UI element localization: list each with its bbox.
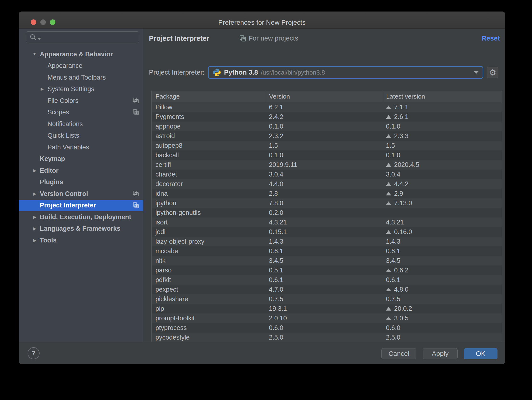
chevron-right-icon[interactable]: ▶ (29, 215, 40, 220)
reset-link[interactable]: Reset (482, 35, 500, 42)
chevron-down-icon[interactable]: ▼ (29, 52, 40, 57)
sidebar-item-label: Plugins (40, 178, 63, 186)
sidebar-item-editor[interactable]: ▶Editor (19, 165, 143, 177)
sidebar-item-project-interpreter[interactable]: Project Interpreter (19, 200, 143, 211)
sidebar-item-system-settings[interactable]: ▶System Settings (19, 83, 143, 95)
package-name: certifi (152, 160, 265, 170)
column-header-package[interactable]: Package (152, 91, 265, 102)
package-row-appnope[interactable]: appnope0.1.00.1.0 (152, 121, 502, 131)
package-row-ptyprocess[interactable]: ptyprocess0.6.00.6.0 (152, 323, 502, 333)
chevron-right-icon[interactable]: ▶ (29, 191, 40, 197)
package-version: 6.2.1 (265, 102, 382, 112)
chevron-right-icon[interactable]: ▶ (29, 226, 40, 231)
sidebar-item-appearance[interactable]: Appearance (19, 60, 143, 72)
help-icon: ? (32, 349, 36, 357)
package-version: 7.8.0 (265, 198, 382, 208)
package-name: parso (152, 266, 265, 275)
apply-button[interactable]: Apply (423, 348, 458, 359)
package-row-parso[interactable]: parso0.5.10.6.2 (152, 266, 502, 275)
dropdown-caret-icon[interactable] (474, 71, 479, 74)
search-input[interactable] (26, 32, 139, 43)
package-version: 1.5 (265, 141, 382, 150)
package-row-lazy-object-proxy[interactable]: lazy-object-proxy1.4.31.4.3 (152, 237, 502, 246)
sidebar-item-languages-frameworks[interactable]: ▶Languages & Frameworks (19, 223, 143, 235)
sidebar-item-version-control[interactable]: ▶Version Control (19, 188, 143, 200)
interpreter-select[interactable]: Python 3.8 /usr/local/bin/python3.8 (208, 66, 483, 79)
chevron-right-icon[interactable]: ▶ (29, 168, 40, 173)
package-row-nltk[interactable]: nltk3.4.53.4.5 (152, 256, 502, 266)
upgrade-available-icon (386, 230, 391, 234)
package-row-astroid[interactable]: astroid2.3.22.3.3 (152, 131, 502, 141)
upgrade-available-icon (386, 115, 391, 119)
package-row-pexpect[interactable]: pexpect4.7.04.8.0 (152, 285, 502, 294)
upgrade-available-icon (386, 163, 391, 167)
package-row-pygments[interactable]: Pygments2.4.22.6.1 (152, 112, 502, 121)
sidebar-item-quick-lists[interactable]: Quick Lists (19, 130, 143, 142)
package-row-backcall[interactable]: backcall0.1.00.1.0 (152, 150, 502, 160)
package-name: backcall (152, 150, 265, 160)
gear-icon: ⚙ (489, 68, 496, 77)
package-version: 2.0.10 (265, 313, 382, 323)
package-latest-version: 0.7.5 (382, 294, 502, 304)
package-row-prompt-toolkit[interactable]: prompt-toolkit2.0.103.0.5 (152, 313, 502, 323)
sidebar-item-label: Notifications (47, 120, 83, 128)
sidebar-item-notifications[interactable]: Notifications (19, 118, 143, 130)
package-row-chardet[interactable]: chardet3.0.43.0.4 (152, 170, 502, 179)
package-row-isort[interactable]: isort4.3.214.3.21 (152, 217, 502, 227)
sidebar-item-path-variables[interactable]: Path Variables (19, 141, 143, 153)
sidebar-item-plugins[interactable]: Plugins (19, 177, 143, 188)
sidebar-item-tools[interactable]: ▶Tools (19, 235, 143, 246)
package-latest-version: 20.0.2 (382, 304, 502, 313)
upgrade-available-icon (386, 288, 391, 291)
package-row-idna[interactable]: idna2.82.9 (152, 189, 502, 198)
package-name: autopep8 (152, 141, 265, 150)
column-header-version[interactable]: Version (265, 91, 382, 102)
sidebar-item-label: Languages & Frameworks (40, 225, 120, 232)
python-logo-icon (213, 68, 221, 77)
package-row-ipython[interactable]: ipython7.8.07.13.0 (152, 198, 502, 208)
column-header-latest-version[interactable]: Latest version (382, 91, 502, 102)
package-latest-version: 0.6.2 (382, 266, 502, 275)
chevron-right-icon[interactable]: ▶ (29, 238, 40, 243)
sidebar-item-appearance-behavior[interactable]: ▼Appearance & Behavior (19, 48, 143, 60)
interpreter-settings-button[interactable]: ⚙ (487, 67, 498, 78)
package-row-ipython-genutils[interactable]: ipython-genutils0.2.0 (152, 208, 502, 217)
cancel-button[interactable]: Cancel (381, 348, 416, 359)
package-row-jedi[interactable]: jedi0.15.10.16.0 (152, 227, 502, 237)
package-table-body: Pillow6.2.17.1.1Pygments2.4.22.6.1appnop… (152, 102, 502, 342)
sidebar-item-label: Tools (40, 237, 57, 244)
package-row-certifi[interactable]: certifi2019.9.112020.4.5 (152, 160, 502, 170)
ok-button[interactable]: OK (464, 348, 497, 359)
package-name: pip (152, 304, 265, 313)
upgrade-available-icon (386, 269, 391, 272)
package-row-pickleshare[interactable]: pickleshare0.7.50.7.5 (152, 294, 502, 304)
package-row-autopep8[interactable]: autopep81.51.5 (152, 141, 502, 150)
package-row-decorator[interactable]: decorator4.4.04.4.2 (152, 179, 502, 189)
package-version: 0.5.1 (265, 266, 382, 275)
package-latest-version: 2.5.0 (382, 333, 502, 342)
sidebar-item-keymap[interactable]: Keymap (19, 153, 143, 165)
package-name: pdfkit (152, 275, 265, 285)
sidebar-item-menus-and-toolbars[interactable]: Menus and Toolbars (19, 72, 143, 83)
upgrade-available-icon (386, 307, 391, 311)
sidebar-item-label: Scopes (47, 109, 69, 116)
package-latest-version: 2.3.3 (382, 131, 502, 141)
sidebar-item-build-execution-deployment[interactable]: ▶Build, Execution, Deployment (19, 211, 143, 223)
package-row-pip[interactable]: pip19.3.120.0.2 (152, 304, 502, 313)
help-button[interactable]: ? (28, 347, 40, 359)
sidebar-item-file-colors[interactable]: File Colors (19, 95, 143, 107)
package-row-pycodestyle[interactable]: pycodestyle2.5.02.5.0 (152, 333, 502, 342)
sidebar-item-label: System Settings (47, 85, 94, 93)
main-panel: Project Interpreter For new projects Res… (144, 29, 505, 342)
package-row-pillow[interactable]: Pillow6.2.17.1.1 (152, 102, 502, 112)
sidebar-item-scopes[interactable]: Scopes (19, 107, 143, 119)
package-latest-version: 2.6.1 (382, 112, 502, 121)
package-version: 0.7.5 (265, 294, 382, 304)
package-row-pdfkit[interactable]: pdfkit0.6.10.6.1 (152, 275, 502, 285)
chevron-right-icon[interactable]: ▶ (37, 87, 47, 92)
search-options-caret-icon[interactable] (38, 38, 41, 40)
package-version: 0.2.0 (265, 208, 382, 217)
interpreter-label: Project Interpreter: (149, 69, 205, 76)
upgrade-available-icon (386, 182, 391, 186)
package-row-mccabe[interactable]: mccabe0.6.10.6.1 (152, 246, 502, 256)
